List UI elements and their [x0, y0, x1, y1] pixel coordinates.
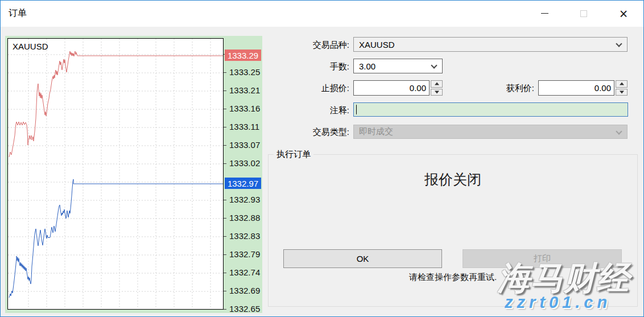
scale-tick-label: 1333.16 [229, 104, 260, 113]
scale-tick-label: 1332.65 [229, 304, 260, 313]
takeprofit-increment-button[interactable] [616, 80, 628, 88]
chevron-down-icon [616, 40, 622, 47]
comment-label: 注释: [257, 105, 349, 116]
scale-tickmark [224, 163, 226, 164]
scale-tickmark [224, 200, 226, 200]
scale-tick-label: 1332.74 [229, 267, 260, 277]
chevron-down-icon [431, 62, 437, 68]
chart-symbol-label: XAUUSD [13, 42, 48, 51]
quotes-closed-message: 报价关闭 [268, 170, 638, 189]
symbol-select-value: XAUUSD [359, 40, 395, 50]
stoploss-increment-button[interactable] [431, 80, 443, 88]
scale-tick-label: 1332.93 [229, 195, 260, 204]
stoploss-spinner: 0.00 [353, 80, 443, 96]
minimize-button[interactable] [531, 5, 558, 22]
takeprofit-input[interactable]: 0.00 [538, 80, 614, 96]
titlebar: 订单 × [1, 1, 643, 27]
symbol-select[interactable]: XAUUSD [353, 37, 628, 52]
takeprofit-label: 获利价: [441, 83, 534, 94]
scale-tickmark [224, 291, 226, 291]
comment-input[interactable] [353, 102, 628, 117]
minimize-icon [541, 13, 548, 14]
volume-label: 手数: [257, 61, 349, 72]
price-scale: 1333.301333.251333.211333.161333.111333.… [224, 36, 262, 313]
takeprofit-spinner: 0.00 [538, 80, 628, 96]
scale-tick-label: 1333.02 [229, 158, 260, 168]
stoploss-input[interactable]: 0.00 [353, 80, 430, 96]
scale-tickmark [224, 145, 226, 146]
scale-tick-label: 1332.79 [229, 249, 260, 259]
trade-type-label: 交易类型: [257, 127, 349, 138]
symbol-label: 交易品种: [257, 40, 349, 51]
scale-tickmark [224, 90, 226, 91]
volume-select-value: 3.00 [359, 61, 375, 71]
maximize-icon [580, 10, 587, 17]
scale-tickmark [224, 273, 226, 273]
scale-tick-label: 1332.88 [229, 213, 260, 223]
tick-chart-svg [8, 39, 223, 309]
window-title: 订单 [9, 7, 27, 19]
scale-tick-label: 1332.69 [229, 286, 260, 295]
trade-type-select: 即时成交 [353, 125, 628, 139]
close-button[interactable]: × [610, 5, 637, 22]
scale-tickmark [224, 236, 226, 237]
ask-price-badge: 1333.29 [225, 50, 261, 61]
scale-tick-label: 1333.21 [229, 85, 260, 95]
tick-chart-plot: XAUUSD [7, 38, 224, 310]
order-dialog-window: 订单 × XAUUSD 1333.301333.251333.211333.16… [0, 0, 644, 317]
watermark-site: zzrt01.cn [505, 293, 611, 312]
scale-tickmark [224, 72, 226, 73]
scale-tickmark [224, 218, 226, 219]
scale-tick-label: 1333.07 [229, 140, 260, 150]
text-caret [356, 105, 357, 114]
execution-group-title: 执行订单 [274, 149, 313, 160]
close-icon: × [620, 8, 628, 19]
takeprofit-decrement-button[interactable] [616, 89, 628, 96]
maximize-button[interactable] [571, 5, 597, 22]
scale-tick-label: 1333.11 [229, 122, 259, 131]
scale-tickmark [224, 127, 226, 127]
tick-chart-panel: XAUUSD 1333.301333.251333.211333.161333.… [5, 36, 262, 313]
bid-price-badge: 1332.97 [225, 178, 261, 189]
stoploss-decrement-button[interactable] [431, 89, 443, 96]
scale-tickmark [224, 254, 226, 255]
trade-type-value: 即时成交 [359, 126, 393, 137]
scale-tick-label: 1333.25 [229, 67, 260, 77]
scale-tickmark [224, 309, 226, 310]
ok-button[interactable]: OK [283, 249, 442, 268]
scale-tick-label: 1332.83 [229, 231, 260, 241]
volume-select[interactable]: 3.00 [353, 59, 443, 73]
chevron-down-icon [616, 128, 622, 134]
scale-tickmark [224, 109, 226, 109]
stoploss-label: 止损价: [257, 83, 349, 94]
